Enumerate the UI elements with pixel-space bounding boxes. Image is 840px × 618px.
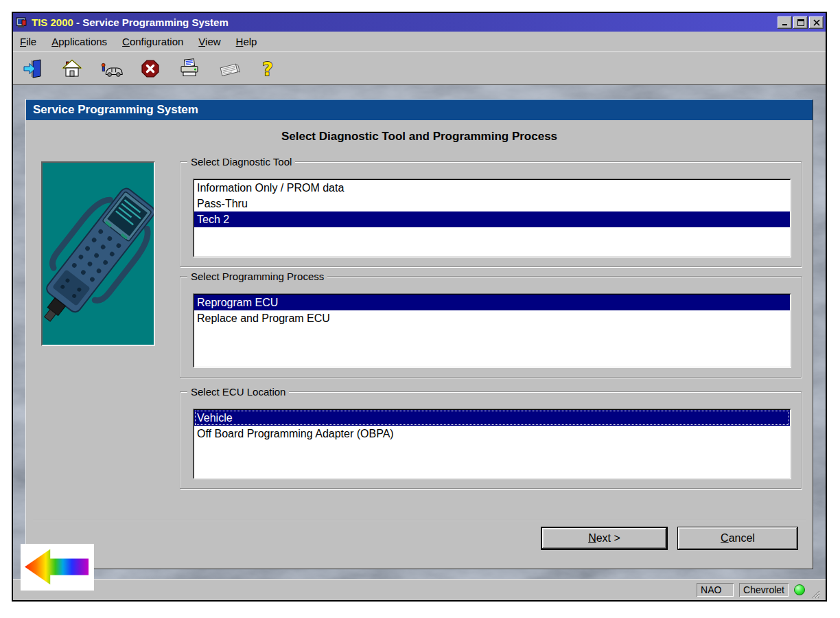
list-item[interactable]: Vehicle bbox=[194, 410, 790, 426]
group-label: Select ECU Location bbox=[187, 386, 289, 398]
group-label: Select Programming Process bbox=[187, 271, 327, 282]
selection-groups: Select Diagnostic Tool Information Only … bbox=[180, 161, 802, 489]
exit-icon bbox=[22, 58, 44, 80]
list-item[interactable]: Off Board Programming Adapter (OBPA) bbox=[194, 426, 790, 442]
status-bar: NAO Chevrolet bbox=[13, 579, 826, 600]
maximize-icon bbox=[797, 19, 805, 27]
menu-item-applications[interactable]: Applications bbox=[51, 36, 107, 47]
minimize-button[interactable] bbox=[778, 16, 792, 29]
sps-panel: Service Programming System Select Diagno… bbox=[25, 99, 813, 569]
toolbar-home-button[interactable] bbox=[60, 57, 84, 80]
main-area: Service Programming System Select Diagno… bbox=[13, 85, 826, 579]
print-icon bbox=[178, 58, 200, 80]
window-titlebar: TIS 2000 - Service Programming System bbox=[13, 13, 826, 32]
status-region: NAO bbox=[697, 583, 734, 597]
group-select-programming-process: Select Programming Process Reprogram ECU… bbox=[180, 276, 802, 378]
button-separator bbox=[33, 520, 806, 520]
stop-icon bbox=[139, 58, 161, 80]
toolbar-vehicle-button[interactable] bbox=[100, 57, 123, 80]
maximize-button[interactable] bbox=[793, 16, 808, 29]
vehicle-select-icon bbox=[100, 58, 123, 80]
toolbar-stop-button[interactable] bbox=[139, 57, 162, 80]
help-icon: ? bbox=[257, 58, 279, 80]
status-brand: Chevrolet bbox=[739, 583, 789, 597]
window-title: TIS 2000 - Service Programming System bbox=[32, 16, 229, 28]
toolbar: ? bbox=[13, 52, 826, 85]
online-indicator-icon bbox=[794, 584, 805, 595]
svg-text:?: ? bbox=[262, 58, 273, 80]
group-label: Select Diagnostic Tool bbox=[187, 156, 295, 168]
app-icon bbox=[16, 16, 28, 29]
home-icon bbox=[61, 58, 83, 80]
toolbar-help-button[interactable]: ? bbox=[256, 57, 279, 80]
menu-item-configuration[interactable]: Configuration bbox=[122, 36, 183, 47]
tech2-scan-tool-image bbox=[43, 163, 154, 345]
menu-item-help[interactable]: Help bbox=[236, 36, 257, 47]
minimize-icon bbox=[781, 19, 789, 27]
rainbow-arrow-icon bbox=[25, 547, 89, 586]
back-arrow-button[interactable] bbox=[21, 544, 94, 591]
resize-grip[interactable] bbox=[810, 589, 820, 599]
group-select-ecu-location: Select ECU Location VehicleOff Board Pro… bbox=[180, 391, 802, 489]
list-item[interactable]: Tech 2 bbox=[194, 211, 790, 227]
close-button[interactable] bbox=[809, 16, 824, 29]
tech2-image-panel bbox=[41, 161, 155, 346]
screenshot-canvas: TIS 2000 - Service Programming System Fi… bbox=[0, 0, 840, 618]
menu-item-view[interactable]: View bbox=[198, 36, 220, 47]
list-item[interactable]: Reprogram ECU bbox=[194, 295, 790, 310]
toolbar-documentation-button[interactable] bbox=[217, 57, 240, 80]
menu-bar: File Applications Configuration View Hel… bbox=[13, 32, 826, 52]
list-item[interactable]: Information Only / PROM data bbox=[194, 180, 790, 196]
page-title: Select Diagnostic Tool and Programming P… bbox=[26, 130, 813, 144]
menu-item-file[interactable]: File bbox=[20, 36, 36, 47]
toolbar-exit-button[interactable] bbox=[21, 57, 45, 80]
toolbar-print-button[interactable] bbox=[178, 57, 201, 80]
list-item[interactable]: Replace and Program ECU bbox=[194, 310, 790, 326]
programming-process-listbox[interactable]: Reprogram ECUReplace and Program ECU bbox=[193, 293, 791, 368]
application-window: TIS 2000 - Service Programming System Fi… bbox=[12, 12, 827, 602]
diagnostic-tool-listbox[interactable]: Information Only / PROM dataPass-ThruTec… bbox=[193, 179, 791, 258]
close-icon bbox=[813, 19, 821, 27]
documentation-icon bbox=[217, 58, 240, 80]
panel-title: Service Programming System bbox=[26, 100, 813, 120]
list-item[interactable]: Pass-Thru bbox=[194, 196, 790, 211]
next-button[interactable]: Next > bbox=[541, 527, 668, 550]
ecu-location-listbox[interactable]: VehicleOff Board Programming Adapter (OB… bbox=[193, 409, 791, 479]
group-select-diagnostic-tool: Select Diagnostic Tool Information Only … bbox=[180, 161, 802, 267]
cancel-button[interactable]: Cancel bbox=[677, 527, 798, 550]
